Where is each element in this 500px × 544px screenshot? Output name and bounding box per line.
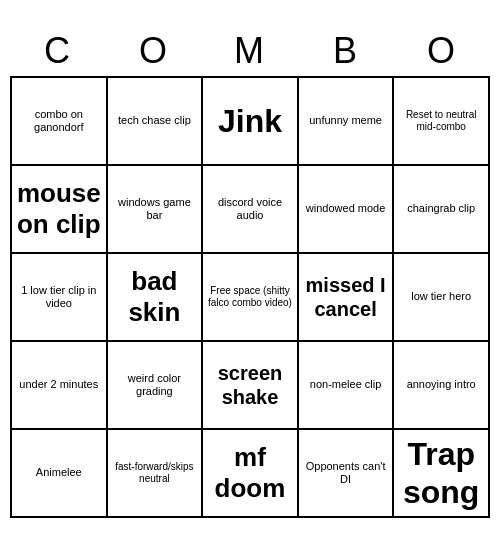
- bingo-cell-20[interactable]: Animelee: [12, 430, 108, 518]
- bingo-cell-10[interactable]: 1 low tier clip in video: [12, 254, 108, 342]
- bingo-cell-9[interactable]: chaingrab clip: [394, 166, 490, 254]
- header-o2: O: [394, 26, 490, 76]
- bingo-cell-22[interactable]: mf doom: [203, 430, 299, 518]
- bingo-cell-17[interactable]: screen shake: [203, 342, 299, 430]
- header-o1: O: [106, 26, 202, 76]
- bingo-cell-8[interactable]: windowed mode: [299, 166, 395, 254]
- header-c: C: [10, 26, 106, 76]
- bingo-cell-16[interactable]: weird color grading: [108, 342, 204, 430]
- bingo-cell-15[interactable]: under 2 minutes: [12, 342, 108, 430]
- bingo-cell-11[interactable]: bad skin: [108, 254, 204, 342]
- header-b: B: [298, 26, 394, 76]
- bingo-cell-12[interactable]: Free space (shitty falco combo video): [203, 254, 299, 342]
- bingo-cell-24[interactable]: Trap song: [394, 430, 490, 518]
- bingo-cell-1[interactable]: tech chase clip: [108, 78, 204, 166]
- bingo-grid: combo on ganondorftech chase clipJinkunf…: [10, 76, 490, 518]
- bingo-cell-4[interactable]: Reset to neutral mid-combo: [394, 78, 490, 166]
- bingo-cell-23[interactable]: Opponents can't DI: [299, 430, 395, 518]
- bingo-cell-6[interactable]: windows game bar: [108, 166, 204, 254]
- header-m: M: [202, 26, 298, 76]
- bingo-cell-21[interactable]: fast-forward/skips neutral: [108, 430, 204, 518]
- bingo-cell-14[interactable]: low tier hero: [394, 254, 490, 342]
- bingo-cell-13[interactable]: missed I cancel: [299, 254, 395, 342]
- bingo-cell-5[interactable]: mouse on clip: [12, 166, 108, 254]
- bingo-cell-18[interactable]: non-melee clip: [299, 342, 395, 430]
- bingo-cell-2[interactable]: Jink: [203, 78, 299, 166]
- bingo-card: C O M B O combo on ganondorftech chase c…: [10, 26, 490, 518]
- bingo-cell-3[interactable]: unfunny meme: [299, 78, 395, 166]
- bingo-cell-7[interactable]: discord voice audio: [203, 166, 299, 254]
- bingo-header: C O M B O: [10, 26, 490, 76]
- bingo-cell-0[interactable]: combo on ganondorf: [12, 78, 108, 166]
- bingo-cell-19[interactable]: annoying intro: [394, 342, 490, 430]
